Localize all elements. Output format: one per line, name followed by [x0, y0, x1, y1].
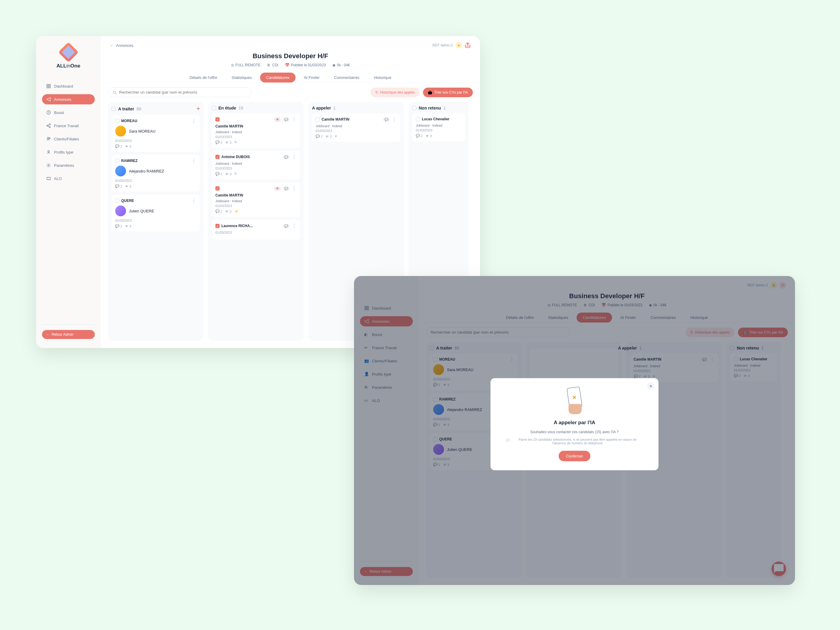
candidate-card[interactable]: Camille MARTIN💬⋮ Jobboard : Indeed 01/03… — [312, 114, 400, 142]
candidate-card[interactable]: Antoine DUBOIS💬⋮ Jobboard : Indeed 01/03… — [212, 151, 300, 179]
candidate-card[interactable]: QUERE⋮ Julien QUERE 01/03/2023 💬 2👁 3 — [112, 195, 200, 232]
info-icon: ⓘ — [505, 438, 510, 442]
candidate-card[interactable]: MOREAU⋮ Sara MOREAU 01/03/2023 💬 2👁 3 — [112, 115, 200, 152]
candidate-card[interactable]: 👁💬⋮ Camille MARTIN Jobboard : Indeed 01/… — [212, 114, 300, 148]
svg-point-7 — [49, 126, 51, 128]
card-source: Jobboard : Indeed — [416, 123, 461, 127]
logo-icon — [58, 42, 79, 62]
column-title: A traiter — [118, 106, 134, 111]
tab-stats[interactable]: Statistiques — [226, 73, 258, 82]
card-menu-button[interactable]: ⋮ — [292, 155, 297, 159]
stat-comments: 💬 2 — [316, 134, 322, 138]
tab-history[interactable]: Historique — [368, 73, 398, 82]
candidate-card[interactable]: 👁💬⋮ Camille MARTIN Jobboard : Indeed 01/… — [212, 182, 300, 217]
back-link[interactable]: ←Annonces — [110, 43, 134, 48]
pill-badge: 💬 — [283, 224, 290, 228]
card-checkbox[interactable] — [316, 117, 320, 122]
confirm-button[interactable]: Confirmer — [559, 451, 590, 461]
nav-profils[interactable]: Profils type — [42, 147, 95, 157]
card-checkbox[interactable] — [416, 117, 420, 121]
column-title: En étude — [218, 106, 236, 111]
stat-views: 👁 3 — [225, 210, 231, 213]
card-menu-button[interactable]: ⋮ — [292, 224, 297, 228]
modal-illustration — [562, 387, 586, 414]
stat-extra-icon: ⚡ — [234, 209, 238, 213]
card-checkbox[interactable] — [215, 186, 219, 191]
tab-candidatures[interactable]: Candidatures — [260, 73, 295, 82]
stat-views: 👁 3 — [125, 224, 131, 228]
tab-details[interactable]: Détails de l'offre — [183, 73, 224, 82]
card-menu-button[interactable]: ⋮ — [292, 186, 297, 191]
share-button[interactable] — [464, 42, 471, 49]
tab-ai-finder[interactable]: AI Finder — [298, 73, 326, 82]
history-button[interactable]: ↻Historique des appels — [371, 88, 419, 97]
card-checkbox[interactable] — [115, 199, 119, 203]
card-menu-button[interactable]: ⋮ — [392, 117, 396, 122]
app-window-2: Dashboard Annonces ◐Boost ⇔France Travai… — [354, 276, 795, 585]
card-checkbox[interactable] — [115, 159, 119, 163]
meta-salary: ◉ 0k - 04€ — [332, 63, 350, 67]
rocket-icon — [46, 110, 51, 115]
nav-france[interactable]: France Travail — [42, 121, 95, 131]
candidate-card[interactable]: Lucas Chevalier Jobboard : Indeed 01/03/… — [412, 114, 465, 141]
card-fullname: Julien QUERE — [129, 209, 154, 213]
card-date: 01/03/2023 — [215, 231, 297, 234]
search-input[interactable] — [119, 90, 248, 95]
return-admin-button[interactable]: ←Retour Admin — [42, 330, 95, 339]
stat-views: 👁 3 — [125, 185, 131, 188]
column-count: 1 — [333, 106, 336, 111]
svg-rect-3 — [49, 87, 51, 88]
card-menu-button[interactable]: ⋮ — [191, 118, 196, 123]
meta-contract: 🗎 CDI — [267, 63, 278, 67]
card-menu-button[interactable]: ⋮ — [191, 198, 196, 203]
stat-views: 👁 3 — [225, 172, 231, 176]
nav-alo[interactable]: ALO — [42, 174, 95, 183]
candidate-card[interactable]: RAMIREZ⋮ Alejandro RAMIREZ 01/03/2023 💬 … — [112, 155, 200, 192]
svg-point-8 — [47, 137, 49, 139]
ref-block: REF twinin-2 ★ — [432, 42, 471, 49]
gear-icon — [46, 163, 51, 168]
card-fullname: Lucas Chevalier — [422, 117, 461, 121]
svg-point-5 — [49, 123, 51, 125]
card-menu-button[interactable]: ⋮ — [191, 158, 196, 163]
column-checkbox[interactable] — [112, 107, 116, 111]
stat-views: 👁 3 — [325, 135, 332, 138]
pill-badge: 👁 — [274, 186, 281, 191]
meta-remote: ◎ FULL REMOTE — [231, 63, 261, 67]
star-button[interactable]: ★ — [455, 42, 462, 49]
card-checkbox[interactable] — [215, 155, 219, 159]
candidate-card[interactable]: Laurence RICHA...💬⋮ 01/03/2023 — [212, 220, 300, 240]
column-checkbox[interactable] — [412, 106, 417, 110]
column-checkbox[interactable] — [212, 106, 216, 110]
svg-rect-0 — [47, 84, 48, 86]
job-meta: ◎ FULL REMOTE 🗎 CDI 📅 Publiée le 01/03/2… — [110, 63, 471, 67]
tab-comments[interactable]: Commentaires — [328, 73, 365, 82]
divider — [42, 324, 95, 325]
grid-icon — [46, 84, 51, 88]
nav-boost[interactable]: Boost — [42, 107, 95, 118]
card-menu-button[interactable]: ⋮ — [292, 117, 297, 122]
nav-dashboard[interactable]: Dashboard — [42, 81, 95, 91]
card-checkbox[interactable] — [215, 224, 219, 228]
card-checkbox[interactable] — [115, 119, 119, 123]
svg-rect-1 — [49, 84, 51, 86]
search-box[interactable] — [108, 87, 252, 97]
column-en-etude: En étude19 👁💬⋮ Camille MARTIN Jobboard :… — [208, 102, 303, 341]
card-fullname: Sara MOREAU — [129, 129, 155, 134]
nav-clients[interactable]: Clients/Filiales — [42, 134, 95, 144]
stat-comments: 💬 2 — [215, 172, 222, 176]
nav-params[interactable]: Paramètres — [42, 160, 95, 171]
modal-info: ⓘParmi les 19 candidats sélectionnés, 4 … — [499, 438, 649, 445]
sort-ai-button[interactable]: 🤖Trier vos CVs par l'IA — [423, 88, 473, 97]
stat-extra-icon: ✕ — [335, 134, 337, 138]
nav-annonces[interactable]: Annonces — [42, 94, 95, 104]
add-card-button[interactable]: + — [196, 106, 200, 112]
card-date: 01/03/2023 — [316, 129, 396, 133]
card-icon — [46, 176, 51, 181]
card-date: 01/03/2023 — [416, 128, 461, 132]
pill-badge: 💬 — [383, 117, 390, 122]
modal-close-button[interactable]: ✕ — [647, 382, 654, 390]
card-checkbox[interactable] — [215, 117, 219, 122]
card-source: Jobboard : Indeed — [316, 124, 396, 128]
share-icon — [46, 123, 51, 128]
